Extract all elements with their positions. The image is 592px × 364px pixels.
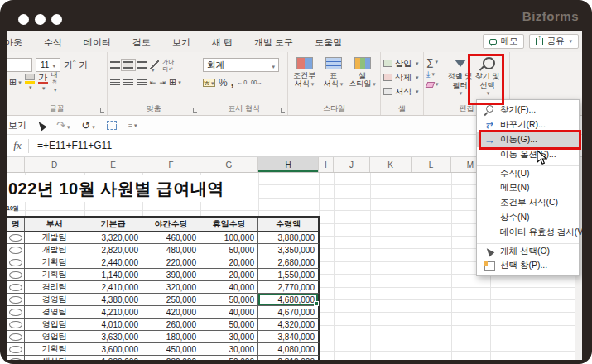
font-name-select[interactable] [7, 58, 32, 72]
table-row[interactable]: 기획팀 2,440,000 220,000 20,000 2,680,000 [7, 256, 320, 269]
column-header[interactable]: G [200, 157, 258, 172]
ribbon-tab[interactable]: 새 탭 [212, 36, 233, 49]
menu-item[interactable]: 개체 선택(O) [477, 243, 579, 258]
holiday-allowance-cell[interactable]: 20,000 [200, 256, 258, 269]
table-row[interactable]: 개발팀 3,320,000 460,000 100,000 3,880,000 [7, 232, 320, 244]
table-header-cell[interactable]: 휴일수당 [200, 218, 258, 232]
night-allowance-cell[interactable]: 280,000 [142, 356, 200, 360]
formula-input[interactable]: =+E11+F11+G11 [37, 140, 112, 151]
conditional-formatting-button[interactable]: 조건부서식 [291, 56, 318, 104]
total-pay-cell[interactable]: 2,770,000 [258, 281, 320, 294]
table-header-cell[interactable]: 수령액 [258, 218, 320, 232]
dept-cell[interactable]: 생산팀 [25, 356, 84, 360]
align-center-button[interactable] [123, 79, 133, 86]
night-allowance-cell[interactable]: 480,000 [142, 244, 200, 256]
total-pay-cell[interactable]: 3,350,000 [258, 244, 320, 256]
fill-button[interactable]: ⤓ [426, 69, 446, 79]
table-header-cell[interactable]: 명 [7, 218, 25, 232]
ribbon-tab[interactable]: 보기 [172, 36, 190, 49]
base-pay-cell[interactable]: 3,630,000 [84, 331, 142, 343]
comma-style-button[interactable]: , [231, 76, 234, 89]
table-header-cell[interactable]: 기본급 [84, 218, 142, 232]
autosum-button[interactable]: ∑ [426, 56, 446, 68]
column-header[interactable] [7, 157, 25, 172]
base-pay-cell[interactable]: 4,380,000 [84, 294, 142, 306]
column-header[interactable]: D [25, 157, 84, 172]
share-button[interactable]: 공유 [529, 34, 579, 49]
night-allowance-cell[interactable]: 220,000 [142, 256, 200, 269]
total-pay-cell[interactable]: 4,080,000 [258, 343, 320, 356]
find-select-button[interactable]: 찾기 및선택 [474, 56, 501, 104]
total-pay-cell[interactable]: 3,880,000 [258, 232, 320, 244]
menu-item[interactable]: 바꾸기(R)... [477, 117, 579, 132]
fx-icon[interactable]: fx [7, 139, 28, 152]
dept-cell[interactable]: 영업팀 [25, 318, 84, 331]
ribbon-tab[interactable]: 데이터 [84, 36, 111, 49]
column-header[interactable]: H [258, 157, 319, 172]
table-row[interactable]: 개발팀 2,820,000 480,000 50,000 3,350,000 [7, 244, 320, 256]
increase-indent-button[interactable]: ⇥ [160, 79, 166, 87]
decrease-decimal-button[interactable]: .00→ [250, 79, 262, 85]
base-pay-cell[interactable]: 2,820,000 [84, 244, 142, 256]
insert-cells-button[interactable]: 삽입 [383, 56, 421, 70]
holiday-allowance-cell[interactable]: 50,000 [200, 318, 258, 331]
table-row[interactable]: 기획팀 1,140,000 390,000 20,000 1,550,000 [7, 269, 320, 281]
menu-item[interactable]: 데이터 유효성 검사(V) [477, 225, 579, 240]
holiday-allowance-cell[interactable]: 30,000 [200, 343, 258, 356]
number-dialog-launcher-icon[interactable] [281, 108, 285, 113]
clear-button[interactable] [426, 81, 446, 88]
base-pay-cell[interactable]: 1,980,000 [84, 356, 142, 360]
holiday-allowance-cell[interactable]: 20,000 [200, 269, 258, 281]
dept-cell[interactable]: 기획팀 [25, 256, 84, 269]
dept-cell[interactable]: 기획팀 [25, 269, 84, 281]
night-allowance-cell[interactable]: 180,000 [142, 331, 200, 343]
total-pay-cell[interactable]: 4,670,000 [258, 306, 320, 318]
column-header[interactable]: L [412, 157, 451, 172]
fill-color-button[interactable] [25, 74, 35, 91]
base-pay-cell[interactable]: 4,210,000 [84, 306, 142, 318]
total-pay-cell[interactable]: 2,310,000 [258, 356, 320, 360]
night-allowance-cell[interactable]: 250,000 [142, 294, 200, 306]
night-allowance-cell[interactable]: 390,000 [142, 269, 200, 281]
menu-item[interactable]: 조건부 서식(C) [477, 195, 579, 210]
increase-decimal-button[interactable]: ←.0 [237, 79, 246, 85]
format-cells-button[interactable]: 서식 [383, 84, 421, 98]
object-selection-icon[interactable] [107, 121, 117, 130]
shrink-font-button[interactable]: 가ˇ [79, 59, 89, 71]
delete-cells-button[interactable]: 삭제 [383, 70, 421, 84]
total-pay-cell[interactable]: 1,550,000 [258, 269, 320, 281]
customize-toolbar-button[interactable]: = [128, 121, 137, 129]
table-row[interactable]: 경리팀 2,410,000 320,000 40,000 2,770,000 [7, 281, 320, 294]
total-pay-cell[interactable]: 4,320,000 [258, 318, 320, 331]
decrease-indent-button[interactable]: ⇤ [150, 79, 156, 87]
redo-button[interactable]: ↷ [56, 119, 70, 132]
table-header-cell[interactable]: 부서 [25, 218, 84, 232]
column-header[interactable]: J [334, 157, 370, 172]
pointer-icon[interactable] [36, 119, 46, 131]
merge-center-button[interactable]: ⊞ [169, 77, 181, 88]
menu-item[interactable]: 메모(N) [477, 180, 579, 195]
menu-item[interactable]: 수식(U) [477, 165, 579, 180]
format-as-table-button[interactable]: 표서식 [320, 56, 347, 104]
ribbon-tab[interactable]: 이아웃 [7, 36, 22, 49]
align-middle-button[interactable] [123, 61, 133, 69]
grow-font-button[interactable]: 가^ [64, 59, 75, 71]
window-control-dot[interactable] [18, 14, 29, 25]
align-left-button[interactable] [110, 79, 120, 86]
ribbon-tab[interactable]: 개발 도구 [254, 36, 293, 49]
dept-cell[interactable]: 영업팀 [25, 331, 84, 343]
menu-item[interactable]: 이동(G)... [477, 132, 579, 147]
number-format-select[interactable]: 회계 [203, 58, 279, 72]
dept-cell[interactable]: 경영팀 [25, 306, 84, 318]
align-top-button[interactable] [110, 61, 120, 69]
wrap-text-button[interactable]: 가나다↵ [162, 58, 174, 73]
night-allowance-cell[interactable]: 420,000 [142, 306, 200, 318]
dept-cell[interactable]: 기획팀 [25, 343, 84, 356]
holiday-allowance-cell[interactable]: 50,000 [200, 244, 258, 256]
column-header[interactable]: K [370, 157, 412, 172]
window-control-dot[interactable] [35, 14, 46, 25]
dept-cell[interactable]: 경영팀 [25, 294, 84, 306]
table-row[interactable]: 생산팀 1,980,000 280,000 50,000 2,310,000 [7, 356, 320, 360]
dept-cell[interactable]: 경리팀 [25, 281, 84, 294]
holiday-allowance-cell[interactable]: 50,000 [200, 356, 258, 360]
